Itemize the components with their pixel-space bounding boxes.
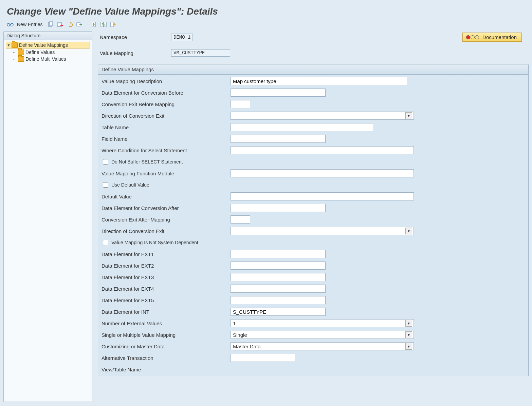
de-after-input[interactable] bbox=[231, 204, 326, 212]
field-label: Field Name bbox=[102, 136, 231, 142]
cust-master-value: Master Data bbox=[233, 344, 261, 349]
content-area: Namespace DEMO_1 Documentation Value Map… bbox=[97, 30, 532, 405]
not-sysdep-label: Value Mapping Is Not System Dependent bbox=[111, 240, 198, 245]
chevron-down-icon: ▼ bbox=[405, 343, 412, 350]
use-default-checkbox-input[interactable] bbox=[103, 182, 108, 188]
int-input[interactable] bbox=[231, 308, 326, 316]
splitter-handle[interactable]: ⋮⋮ bbox=[94, 30, 97, 405]
dir-after-select[interactable]: ▼ bbox=[231, 227, 414, 235]
namespace-field: DEMO_1 bbox=[171, 34, 193, 41]
ext4-label: Data Element for EXT4 bbox=[102, 286, 231, 292]
ext2-input[interactable] bbox=[231, 262, 326, 270]
view-table-label: View/Table Name bbox=[102, 367, 231, 372]
value-mapping-label: Value Mapping bbox=[100, 50, 171, 56]
sidebar-item-define-multi-values[interactable]: • Define Multi Values bbox=[6, 56, 89, 62]
page-title: Change View "Define Value Mappings": Det… bbox=[0, 0, 532, 20]
ce-after-label: Conversion Exit After Mapping bbox=[102, 217, 231, 223]
no-buffer-checkbox[interactable]: Do Not Buffer SELECT Statement bbox=[102, 158, 231, 166]
ext3-label: Data Element for EXT3 bbox=[102, 274, 231, 280]
desc-label: Value Mapping Description bbox=[102, 78, 231, 84]
chevron-down-icon: ▼ bbox=[405, 112, 412, 119]
chevron-down-icon: ▼ bbox=[405, 320, 412, 327]
where-input[interactable] bbox=[231, 146, 414, 154]
not-sysdep-checkbox[interactable]: Value Mapping Is Not System Dependent bbox=[102, 239, 231, 246]
use-default-label: Use Default Value bbox=[111, 182, 149, 188]
dir-before-select[interactable]: ▼ bbox=[231, 112, 414, 120]
sidebar-item-define-values[interactable]: • Define Values bbox=[6, 49, 89, 56]
documentation-button-label: Documentation bbox=[482, 34, 517, 40]
table-label: Table Name bbox=[102, 124, 231, 130]
value-mapping-field: VM_CUSTTYPE bbox=[171, 49, 230, 57]
namespace-label: Namespace bbox=[100, 34, 171, 40]
default-input[interactable] bbox=[231, 192, 414, 200]
int-label: Data Element for INT bbox=[102, 309, 231, 315]
single-multi-value: Single bbox=[233, 332, 247, 338]
chevron-down-icon: ▼ bbox=[405, 331, 412, 338]
not-sysdep-checkbox-input[interactable] bbox=[103, 240, 108, 245]
svg-rect-5 bbox=[57, 22, 61, 23]
desc-input[interactable] bbox=[231, 77, 407, 85]
expander-icon[interactable]: ▼ bbox=[7, 43, 10, 47]
ext4-input[interactable] bbox=[231, 285, 326, 293]
ext1-label: Data Element for EXT1 bbox=[102, 251, 231, 257]
cust-master-label: Customizing or Master Data bbox=[102, 344, 231, 349]
cust-master-select[interactable]: Master Data ▼ bbox=[231, 342, 414, 350]
table-input[interactable] bbox=[231, 123, 373, 131]
folder-icon bbox=[18, 56, 24, 62]
dir-after-label: Direction of Conversion Exit bbox=[102, 228, 231, 234]
no-buffer-label: Do Not Buffer SELECT Statement bbox=[111, 159, 183, 165]
sidebar-item-label: Define Multi Values bbox=[25, 56, 66, 62]
sidebar-item-define-value-mappings[interactable]: ▼ Define Value Mappings bbox=[6, 42, 90, 49]
dialog-structure-sidebar: Dialog Structure ▼ Define Value Mappings… bbox=[3, 31, 92, 402]
ext1-input[interactable] bbox=[231, 250, 326, 258]
func-mod-label: Value Mapping Function Module bbox=[102, 171, 231, 176]
undo-icon[interactable] bbox=[66, 21, 73, 28]
no-buffer-checkbox-input[interactable] bbox=[103, 159, 108, 165]
single-multi-label: Single or Multiple Value Mapping bbox=[102, 332, 231, 338]
num-ext-select[interactable]: 1 ▼ bbox=[231, 319, 414, 327]
chevron-down-icon: ▼ bbox=[405, 228, 412, 234]
ce-after-input[interactable] bbox=[231, 215, 250, 224]
ext5-input[interactable] bbox=[231, 296, 326, 304]
num-ext-value: 1 bbox=[233, 321, 236, 326]
sidebar-item-label: Define Value Mappings bbox=[19, 42, 68, 48]
use-default-checkbox[interactable]: Use Default Value bbox=[102, 181, 231, 189]
func-mod-input[interactable] bbox=[231, 169, 414, 177]
where-label: Where Condition for Select Statement bbox=[102, 148, 231, 153]
sidebar-item-label: Define Values bbox=[25, 50, 55, 55]
page-nav-icon[interactable] bbox=[100, 21, 107, 28]
bullet-icon: • bbox=[13, 57, 17, 61]
page-up-icon[interactable] bbox=[91, 21, 97, 28]
alt-tx-label: Alternative Transaction bbox=[102, 355, 231, 361]
bullet-icon: • bbox=[13, 50, 17, 54]
traffic-light-icon bbox=[466, 35, 479, 39]
folder-icon bbox=[18, 50, 24, 55]
svg-rect-6 bbox=[60, 25, 63, 26]
new-entries-button[interactable]: New Entries bbox=[17, 22, 42, 27]
de-before-input[interactable] bbox=[231, 89, 326, 97]
de-after-label: Data Element for Conversion After bbox=[102, 205, 231, 211]
delete-row-icon[interactable] bbox=[57, 21, 63, 28]
exit-icon[interactable] bbox=[110, 21, 116, 28]
ext3-input[interactable] bbox=[231, 273, 326, 281]
ce-before-input[interactable] bbox=[231, 100, 250, 108]
svg-rect-3 bbox=[50, 22, 53, 26]
sidebar-header: Dialog Structure bbox=[4, 32, 92, 40]
panel-title: Define Value Mappings bbox=[98, 64, 528, 75]
svg-point-1 bbox=[11, 23, 13, 26]
svg-point-0 bbox=[7, 23, 10, 26]
copy-icon[interactable] bbox=[47, 21, 54, 28]
glasses-icon[interactable] bbox=[7, 21, 14, 28]
alt-tx-input[interactable] bbox=[231, 354, 295, 362]
transport-icon[interactable] bbox=[76, 21, 82, 28]
field-input[interactable] bbox=[231, 135, 326, 143]
define-value-mappings-panel: Define Value Mappings Value Mapping Desc… bbox=[98, 64, 529, 376]
folder-open-icon bbox=[12, 42, 18, 48]
default-label: Default Value bbox=[102, 194, 231, 199]
ext2-label: Data Element for EXT2 bbox=[102, 263, 231, 269]
documentation-button[interactable]: Documentation bbox=[462, 33, 522, 42]
ce-before-label: Conversion Exit Before Mapping bbox=[102, 101, 231, 107]
single-multi-select[interactable]: Single ▼ bbox=[231, 331, 414, 339]
toolbar: New Entries bbox=[0, 20, 532, 30]
tree: ▼ Define Value Mappings • Define Values … bbox=[4, 40, 92, 64]
